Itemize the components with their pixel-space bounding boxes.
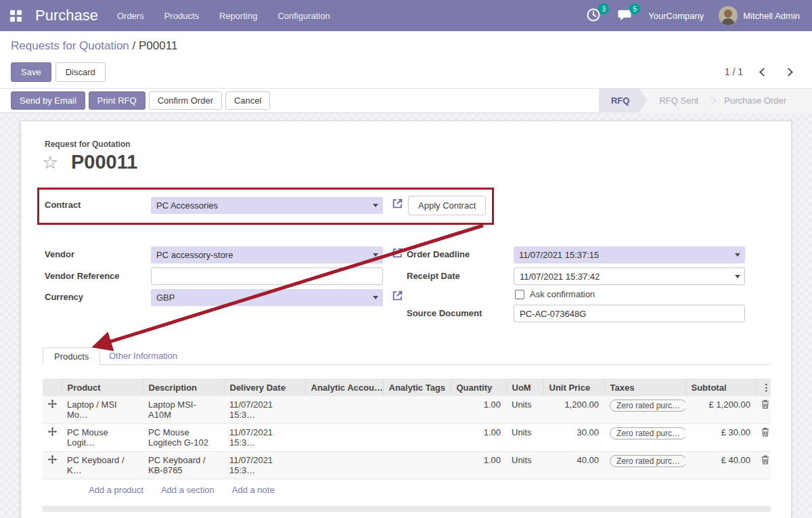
menu-configuration[interactable]: Configuration [277,8,330,24]
tab-products[interactable]: Products [43,347,100,365]
cell-analytic-account[interactable] [305,452,383,479]
pager-counter: 1 / 1 [725,66,743,77]
cell-uom[interactable]: Units [506,396,543,424]
cell-analytic-account[interactable] [305,424,383,452]
col-description[interactable]: Description [143,379,224,396]
chevron-down-icon [373,204,378,207]
send-by-email-button[interactable]: Send by Email [11,91,85,110]
confirm-order-button[interactable]: Confirm Order [149,91,222,110]
status-rfq[interactable]: RFQ [599,89,647,113]
cell-delivery-date[interactable]: 11/07/2021 15:3… [224,396,305,424]
table-row[interactable]: PC Mouse Logit… PC Mouse Logitech G-102 … [43,424,771,452]
activity-clock-icon[interactable]: 3 [586,7,602,24]
table-row[interactable]: PC Keyboard / K… PC Keyboard / KB-8765 1… [43,452,771,479]
company-switcher[interactable]: YourCompany [648,11,704,21]
status-purchase-order[interactable]: Purchase Order [712,89,798,113]
vendor-external-link-icon[interactable] [392,247,403,259]
favorite-star-icon[interactable]: ☆ [42,154,58,172]
discard-button[interactable]: Discard [55,62,106,82]
col-unit-price[interactable]: Unit Price [543,379,604,396]
print-rfq-button[interactable]: Print RFQ [89,91,145,110]
apps-menu-icon[interactable] [0,0,31,31]
cell-analytic-account[interactable] [305,396,383,424]
delete-row-icon[interactable] [756,424,771,452]
breadcrumb-parent-link[interactable]: Requests for Quotation [11,39,129,52]
document-title: P00011 [71,151,137,173]
contract-external-link-icon[interactable] [392,198,403,209]
order-deadline-input[interactable]: 11/07/2021 15:37:15 [514,246,745,263]
col-uom[interactable]: UoM [506,379,543,396]
add-a-product-link[interactable]: Add a product [89,485,143,495]
tab-strip-divider [43,364,769,365]
status-rfq-sent[interactable]: RFQ Sent [647,89,710,113]
col-analytic-account[interactable]: Analytic Accou… [305,379,383,396]
tax-tag[interactable]: Zero rated purc… [610,400,685,412]
cell-unit-price[interactable]: 1,200.00 [543,396,604,424]
menu-products[interactable]: Products [164,8,199,24]
currency-select[interactable]: GBP [151,289,383,306]
pager-next-icon[interactable] [784,68,793,77]
cell-quantity[interactable]: 1.00 [451,452,506,479]
save-button[interactable]: Save [11,62,51,82]
cell-uom[interactable]: Units [506,452,543,479]
cell-description[interactable]: Laptop MSI-A10M [143,396,224,424]
cell-description[interactable]: PC Mouse Logitech G-102 [143,424,224,452]
receipt-date-label: Receipt Date [407,271,460,281]
cell-analytic-tags[interactable] [383,396,451,424]
app-title[interactable]: Purchase [35,7,98,24]
add-a-section-link[interactable]: Add a section [161,485,215,495]
cell-product[interactable]: Laptop / MSI Mo… [62,396,143,424]
col-taxes[interactable]: Taxes [604,379,685,396]
delete-row-icon[interactable] [756,396,771,424]
cell-product[interactable]: PC Mouse Logit… [62,424,143,452]
source-document-label: Source Document [407,308,482,318]
top-navbar: Purchase Orders Products Reporting Confi… [0,0,812,31]
cancel-button[interactable]: Cancel [225,91,270,110]
menu-reporting[interactable]: Reporting [219,8,257,24]
col-delivery-date[interactable]: Delivery Date [224,379,305,396]
vendor-select[interactable]: PC accessory-store [151,246,383,263]
tax-tag[interactable]: Zero rated purc… [610,427,685,439]
cell-delivery-date[interactable]: 11/07/2021 15:3… [224,452,305,479]
apply-contract-button[interactable]: Apply Contract [408,196,486,215]
col-analytic-tags[interactable]: Analytic Tags [383,379,451,396]
menu-orders[interactable]: Orders [117,8,144,24]
cell-unit-price[interactable]: 40.00 [543,452,604,479]
delete-row-icon[interactable] [756,452,771,479]
main-menu: Orders Products Reporting Configuration [117,8,330,24]
cell-description[interactable]: PC Keyboard / KB-8765 [143,452,224,479]
contract-select[interactable]: PC Accessories [151,197,383,214]
cell-delivery-date[interactable]: 11/07/2021 15:3… [224,424,305,452]
cell-analytic-tags[interactable] [383,452,451,479]
cell-analytic-tags[interactable] [383,424,451,452]
user-menu[interactable]: Mitchell Admin [743,11,800,21]
ask-confirmation-checkbox[interactable] [515,290,524,299]
ask-confirmation-field: Ask confirmation [515,289,595,299]
cell-uom[interactable]: Units [506,424,543,452]
drag-handle-icon[interactable] [43,452,62,479]
message-count-badge: 5 [629,3,640,14]
drag-handle-icon[interactable] [43,424,62,452]
avatar[interactable] [719,6,738,25]
control-panel: Requests for Quotation / P00011 Save Dis… [0,31,812,89]
tax-tag[interactable]: Zero rated purc… [610,455,685,467]
column-options-icon[interactable]: ⋮ [756,379,771,396]
col-quantity[interactable]: Quantity [451,379,506,396]
col-subtotal[interactable]: Subtotal [685,379,756,396]
col-product[interactable]: Product [62,379,143,396]
cell-product[interactable]: PC Keyboard / K… [62,452,143,479]
currency-external-link-icon[interactable] [392,290,403,301]
cell-unit-price[interactable]: 30.00 [543,424,604,452]
source-document-input[interactable] [514,305,745,322]
tab-other-information[interactable]: Other Information [109,351,177,361]
add-a-note-link[interactable]: Add a note [232,485,275,495]
receipt-date-input[interactable] [514,267,745,285]
pager-previous-icon[interactable] [759,68,768,77]
cell-quantity[interactable]: 1.00 [451,396,506,424]
chevron-down-icon [373,296,378,299]
drag-handle-icon[interactable] [43,396,62,424]
table-row[interactable]: Laptop / MSI Mo… Laptop MSI-A10M 11/07/2… [43,396,771,424]
vendor-reference-input[interactable] [151,267,383,285]
cell-quantity[interactable]: 1.00 [451,424,506,452]
messages-icon[interactable]: 5 [617,7,633,24]
